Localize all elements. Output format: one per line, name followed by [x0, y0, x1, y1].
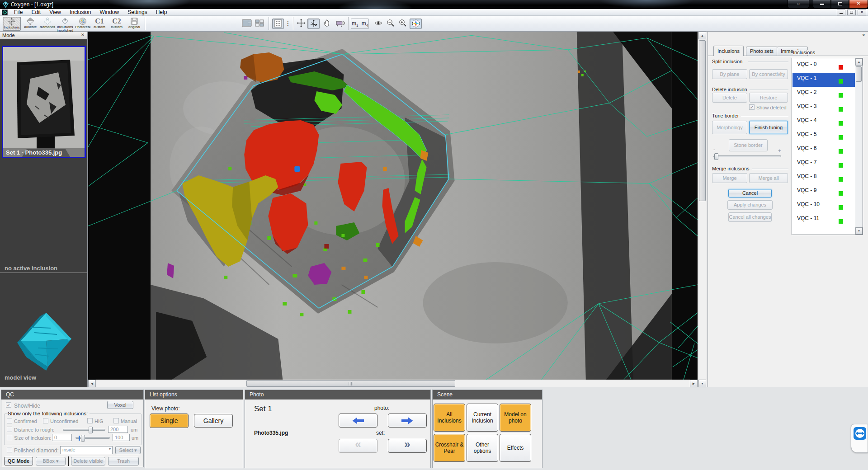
effects-toggle[interactable]: Effects: [500, 434, 531, 462]
scroll-down-button[interactable]: ▼: [855, 227, 863, 235]
next-set-button[interactable]: »: [388, 439, 427, 453]
inclusion-list-item[interactable]: VQC - 10: [793, 199, 855, 213]
toolbar-zoom-out-button[interactable]: [385, 19, 396, 29]
vertical-scroll-thumb[interactable]: [699, 40, 706, 201]
inclusion-list-item[interactable]: VQC - 7: [793, 157, 855, 171]
scroll-up-button[interactable]: ▲: [698, 32, 706, 39]
toolbar-c1-custom-button[interactable]: C1 custom: [91, 17, 108, 31]
canvas-vertical-scrollbar[interactable]: ▲ ▼: [698, 32, 706, 387]
remote-control-popup[interactable]: [851, 424, 868, 453]
inclusion-list-item[interactable]: VQC - 2: [793, 87, 855, 101]
toolbar-inclusions-button[interactable]: Inclusions: [3, 17, 21, 31]
panel-close-button[interactable]: ✕: [862, 33, 865, 38]
confirmed-checkbox[interactable]: [7, 418, 12, 423]
next-photo-button[interactable]: [388, 414, 427, 428]
photo-thumbnail[interactable]: Set 1 - Photo335.jpg: [2, 46, 86, 158]
toolbar-diamonds-button[interactable]: diamonds: [39, 17, 56, 31]
inclusion-list-item[interactable]: VQC - 3: [793, 101, 855, 115]
stone-border-button[interactable]: Stone border: [729, 139, 768, 151]
select-dropdown-button[interactable]: Select ▾: [115, 446, 141, 454]
inclusion-list-item-selected[interactable]: VQC - 1: [793, 73, 855, 87]
toolbar-camera-button[interactable]: [334, 19, 346, 29]
toolbar-layout1-button[interactable]: [241, 19, 253, 29]
polished-diamond-checkbox[interactable]: [7, 447, 12, 452]
slider-thumb[interactable]: [81, 435, 85, 442]
slider-thumb[interactable]: [714, 153, 718, 160]
show-deleted-checkbox[interactable]: ✓: [749, 104, 755, 110]
menu-file[interactable]: File: [10, 9, 26, 16]
canvas-horizontal-scrollbar[interactable]: ◀ ▶: [88, 380, 698, 387]
toolbar-c2-custom-button[interactable]: C2 custom: [108, 17, 125, 31]
gallery-view-button[interactable]: Gallery: [194, 414, 233, 428]
morphology-button[interactable]: Morphology: [712, 121, 747, 134]
scroll-down-button[interactable]: ▼: [698, 380, 706, 387]
stone-border-slider[interactable]: [713, 155, 781, 157]
crosshair-pear-toggle[interactable]: Crosshair & Pear: [434, 434, 465, 462]
polished-diamond-combo[interactable]: inside ▾: [60, 446, 113, 454]
toolbar-compass-button[interactable]: [410, 19, 422, 29]
all-inclusions-toggle[interactable]: All Inclusions: [434, 404, 465, 432]
cancel-all-changes-button[interactable]: Cancel all changes: [728, 212, 772, 222]
distance-slider[interactable]: [63, 429, 105, 431]
model-on-photo-toggle[interactable]: Model on photo: [500, 404, 531, 432]
scroll-right-button[interactable]: ▶: [690, 380, 698, 387]
tab-inclusions[interactable]: Inclusions: [713, 46, 744, 56]
menu-help[interactable]: Help: [152, 9, 171, 16]
inclusion-list-item[interactable]: VQC - 11: [793, 213, 855, 227]
trash-button[interactable]: Trash: [108, 457, 139, 465]
current-inclusion-toggle[interactable]: Current Inclusion: [467, 404, 498, 432]
inclusion-list-item[interactable]: VQC - 8: [793, 171, 855, 185]
horizontal-scroll-thumb[interactable]: [246, 380, 455, 387]
single-view-button[interactable]: Single: [150, 414, 189, 428]
list-scroll-thumb[interactable]: [856, 66, 862, 82]
size-min-field[interactable]: 0: [52, 434, 72, 441]
scroll-up-button[interactable]: ▲: [855, 58, 863, 66]
prev-photo-button[interactable]: [339, 414, 377, 428]
window-drag-button[interactable]: ⇔: [788, 0, 809, 8]
by-plane-button[interactable]: By plane: [712, 69, 747, 79]
toolbar-visibility-button[interactable]: [373, 19, 384, 29]
toolbar-photoreal-button[interactable]: Photoreal: [74, 17, 91, 31]
inclusion-list-item[interactable]: VQC - 4: [793, 115, 855, 129]
slider-thumb[interactable]: [89, 427, 93, 433]
apply-changes-button[interactable]: Apply changes: [727, 200, 773, 210]
qc-mode-button[interactable]: QC Mode: [4, 457, 33, 465]
model-view-thumbnail[interactable]: [8, 298, 80, 402]
menu-view[interactable]: View: [46, 9, 65, 16]
toolbar-move-button[interactable]: [295, 19, 307, 29]
manual-checkbox[interactable]: [113, 418, 119, 423]
show-hide-checkbox[interactable]: ✓: [6, 402, 11, 408]
other-options-toggle[interactable]: Other options: [467, 434, 498, 462]
size-slider[interactable]: [75, 437, 110, 439]
toolbar-m4-button[interactable]: m4: [362, 20, 368, 27]
merge-button[interactable]: Merge: [712, 173, 747, 183]
unconfirmed-checkbox[interactable]: [43, 418, 48, 423]
size-of-inclusion-checkbox[interactable]: [7, 435, 12, 440]
distance-to-rough-checkbox[interactable]: [7, 427, 12, 432]
mdi-restore-button[interactable]: [847, 9, 856, 15]
size-max-field[interactable]: 100: [113, 434, 130, 441]
toolbar-pan-hand-button[interactable]: [321, 19, 333, 29]
window-titlebar[interactable]: Oxygen - [1.oxgz] ⇔ ✕: [0, 0, 868, 9]
toolbar-layout2-button[interactable]: [254, 19, 265, 29]
list-scrollbar[interactable]: ▲ ▼: [855, 58, 863, 235]
inclusion-list-item[interactable]: VQC - 5: [793, 129, 855, 143]
by-connectivity-button[interactable]: By connectivity: [749, 69, 788, 79]
toolbar-pan-axes-button[interactable]: [307, 19, 320, 29]
scroll-left-button[interactable]: ◀: [88, 380, 96, 387]
menu-edit[interactable]: Edit: [28, 9, 44, 16]
toolbar-allocate-button[interactable]: Allocate: [22, 17, 39, 31]
window-minimize-button[interactable]: [813, 0, 831, 8]
toolbar-more-dots-button[interactable]: ⋮: [285, 19, 291, 29]
inclusion-list-item[interactable]: VQC - 0: [793, 59, 855, 73]
mdi-close-button[interactable]: ✕: [858, 9, 866, 15]
window-maximize-button[interactable]: [831, 0, 849, 8]
toolbar-m1-button[interactable]: m1: [352, 20, 358, 27]
bbox-dropdown-button[interactable]: BBox ▾: [36, 457, 66, 465]
toolbar-save-original-button[interactable]: original: [126, 17, 143, 31]
menu-settings[interactable]: Settings: [124, 9, 151, 16]
delete-button[interactable]: Delete: [712, 93, 747, 103]
window-close-button[interactable]: ✕: [849, 0, 868, 8]
tab-photo-sets[interactable]: Photo sets: [746, 47, 778, 56]
voxel-button[interactable]: Voxel: [107, 401, 133, 409]
